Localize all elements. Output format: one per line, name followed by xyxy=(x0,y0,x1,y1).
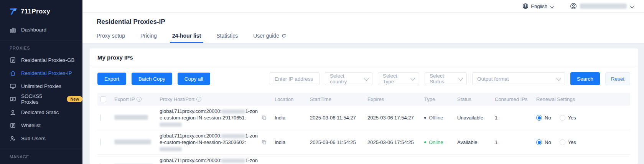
col-status: Status xyxy=(457,96,471,102)
renewal-yes-radio[interactable]: Yes xyxy=(560,115,576,121)
status-value: Available xyxy=(457,139,495,145)
chevron-down-icon xyxy=(556,76,561,81)
row-checkbox[interactable] xyxy=(100,114,101,121)
radio-label: Yes xyxy=(568,115,576,121)
output-format-select[interactable]: Output format xyxy=(472,72,565,85)
status-dot xyxy=(424,141,426,143)
col-renewal-settings: Renewal Settings xyxy=(536,96,575,102)
sidebar-divider xyxy=(0,40,82,40)
info-icon[interactable]: i xyxy=(137,97,142,102)
tab-user-guide[interactable]: User guide xyxy=(253,33,286,43)
radio-label: No xyxy=(545,139,551,145)
table-header-row: Export IPi Proxy Host/Porti Location Sta… xyxy=(97,93,630,106)
type-select[interactable]: Select Type xyxy=(378,72,419,85)
renewal-no-radio[interactable]: No xyxy=(536,115,551,121)
sidebar-section-manage: MANAGE xyxy=(0,153,82,162)
tab-label: Proxy setup xyxy=(97,33,125,39)
sidebar-item-dashboard[interactable]: Dashboard xyxy=(0,23,82,36)
starttime-value: 2025-03-06 11:54:27 xyxy=(310,115,367,121)
type-value: Offline xyxy=(429,115,443,121)
tab-statistics[interactable]: Statistics xyxy=(216,33,238,43)
brand-logo[interactable]: 711Proxy xyxy=(0,0,82,17)
sidebar-item-dedicated-static[interactable]: Dedicated Static xyxy=(0,106,82,119)
copy-all-button[interactable]: Copy all xyxy=(178,73,210,85)
col-type: Type xyxy=(424,96,435,102)
tab-label: Statistics xyxy=(216,33,238,39)
radio-label: No xyxy=(545,115,551,121)
external-link-icon xyxy=(282,33,286,38)
radio-label: Yes xyxy=(568,139,576,145)
language-label: English xyxy=(531,3,547,9)
tab-bar: Proxy setup Pricing 24-hour list Statist… xyxy=(97,33,644,43)
status-dot xyxy=(424,117,426,119)
user-avatar-icon xyxy=(570,3,577,10)
document-icon xyxy=(10,57,16,63)
expires-value: 2025-03-06 17:54:25 xyxy=(367,139,424,145)
toolbar: Export Batch Copy Copy all Select countr… xyxy=(90,66,638,91)
chevron-down-icon xyxy=(411,76,415,80)
country-select-placeholder: Select country xyxy=(330,73,361,84)
sidebar-item-residential-ip[interactable]: Residential Proxies-IP xyxy=(0,66,82,80)
info-icon[interactable]: i xyxy=(196,97,201,102)
my-proxy-ips-panel: My proxy IPs Export Batch Copy Copy all … xyxy=(90,48,638,164)
type-value: Online xyxy=(429,139,443,145)
renewal-yes-radio[interactable]: Yes xyxy=(560,139,576,145)
sidebar-item-label: Residential Proxies-GB xyxy=(21,57,75,63)
monitor-icon xyxy=(10,83,16,89)
renewal-no-radio[interactable]: No xyxy=(536,139,551,145)
user-name-redacted xyxy=(580,3,627,9)
search-button[interactable]: Search xyxy=(570,72,600,85)
copy-icon[interactable] xyxy=(262,140,267,145)
location-value: India xyxy=(275,139,310,145)
panel-title: My proxy IPs xyxy=(90,48,638,66)
status-select[interactable]: Select Status xyxy=(425,72,467,85)
user-menu[interactable] xyxy=(570,3,633,10)
page-title: Residential Proxies-IP xyxy=(97,18,644,26)
home-icon xyxy=(10,70,16,76)
page-header: Residential Proxies-IP Proxy setup Prici… xyxy=(82,13,644,43)
proxy-host-port-value: global.711proxy.com:20000:1-zone-custom-… xyxy=(160,133,259,152)
tab-label: 24-hour list xyxy=(172,33,201,39)
sidebar-item-label: Dedicated Static xyxy=(21,109,59,115)
location-value: India xyxy=(275,115,310,121)
sidebar-item-label: Residential Proxies-IP xyxy=(21,70,72,76)
col-export-ip: Export IP xyxy=(114,96,135,102)
list-doc-icon xyxy=(10,122,16,129)
chevron-down-icon xyxy=(364,76,369,80)
row-checkbox[interactable] xyxy=(100,139,101,146)
sidebar-item-label: Sub-Users xyxy=(21,136,46,141)
reset-button[interactable]: Reset xyxy=(605,72,630,85)
tab-label: Pricing xyxy=(140,33,157,39)
tab-pricing[interactable]: Pricing xyxy=(140,33,157,43)
new-badge: New xyxy=(67,96,82,102)
batch-copy-button[interactable]: Batch Copy xyxy=(132,73,172,85)
export-ip-redacted xyxy=(114,115,148,120)
sidebar-item-unlimited[interactable]: Unlimited Proxies xyxy=(0,80,82,93)
chevron-down-icon xyxy=(458,76,463,81)
copy-icon[interactable] xyxy=(262,115,267,120)
tab-24-hour-list[interactable]: 24-hour list xyxy=(172,33,201,43)
chevron-down-icon xyxy=(550,3,555,8)
tab-proxy-setup[interactable]: Proxy setup xyxy=(97,33,125,43)
sidebar-item-whitelist[interactable]: Whitelist xyxy=(0,119,82,132)
sidebar-item-residential-gb[interactable]: Residential Proxies-GB xyxy=(0,53,82,66)
output-format-placeholder: Output format xyxy=(477,76,509,82)
type-select-placeholder: Select Type xyxy=(383,73,408,84)
ip-address-input-wrap xyxy=(270,72,320,85)
sidebar-section-proxies: PROXIES xyxy=(0,44,82,53)
globe-icon xyxy=(522,3,529,9)
expires-value: 2025-03-06 17:54:27 xyxy=(367,115,424,121)
country-select[interactable]: Select country xyxy=(325,72,372,85)
ip-address-input[interactable] xyxy=(275,76,315,82)
sidebar-item-label: SOCKS5 Proxies xyxy=(21,93,59,105)
chevron-down-icon xyxy=(630,3,635,8)
person-pin-icon xyxy=(10,109,16,116)
col-proxy-host-port: Proxy Host/Port xyxy=(160,96,194,102)
sidebar-item-sub-users[interactable]: Sub-Users xyxy=(0,132,82,145)
language-selector[interactable]: English xyxy=(522,3,553,9)
sidebar-item-socks5[interactable]: SOCKS5 Proxies New xyxy=(0,93,82,106)
export-button[interactable]: Export xyxy=(97,73,126,85)
brand-name: 711Proxy xyxy=(21,8,50,15)
table-row: global.711proxy.com:20000:1-zone-custom-… xyxy=(97,106,630,130)
select-all-checkbox[interactable] xyxy=(100,96,106,102)
